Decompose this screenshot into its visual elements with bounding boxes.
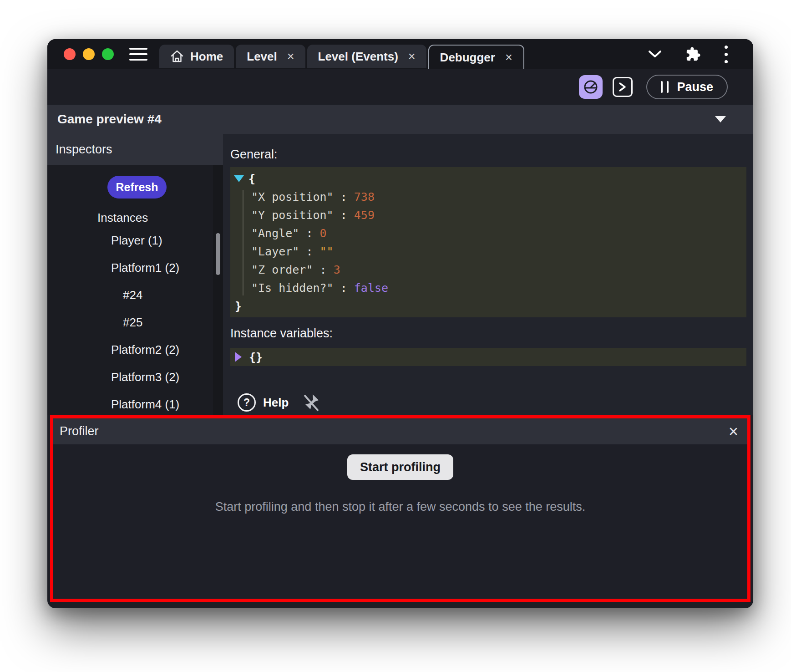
json-property-x: "X position" : 738 bbox=[230, 188, 746, 206]
hamburger-menu-button[interactable] bbox=[129, 48, 147, 61]
json-property-y: "Y position" : 459 bbox=[230, 206, 746, 224]
tab-level[interactable]: Level × bbox=[236, 45, 305, 68]
profiler-body: Start profiling Start profiling and then… bbox=[53, 444, 747, 599]
preview-dropdown-icon[interactable] bbox=[715, 116, 726, 122]
tab-label: Level bbox=[247, 50, 277, 64]
json-property-hidden: "Is hidden?" : false bbox=[230, 279, 746, 297]
tab-bar: Home Level × Level (Events) × Debugger × bbox=[47, 39, 753, 69]
help-button[interactable]: ? Help bbox=[238, 393, 289, 412]
profiler-close-button[interactable]: × bbox=[729, 423, 738, 440]
tree-item-platform3[interactable]: Platform3 (2) bbox=[47, 363, 213, 391]
tree-item-platform2[interactable]: Platform2 (2) bbox=[47, 336, 213, 363]
tree-item-instances: Instances bbox=[47, 209, 213, 227]
performance-button[interactable] bbox=[579, 75, 603, 99]
minimize-window-icon[interactable] bbox=[83, 48, 95, 60]
tree-item-25[interactable]: #25 bbox=[47, 309, 213, 336]
debugger-content: Inspectors Refresh Instances Player (1) … bbox=[47, 134, 753, 415]
close-icon[interactable]: × bbox=[287, 50, 294, 64]
pause-label: Pause bbox=[677, 80, 713, 94]
extensions-button[interactable] bbox=[685, 46, 701, 62]
general-label: General: bbox=[230, 148, 746, 162]
profiler-hint: Start profiling and then stop it after a… bbox=[215, 500, 585, 514]
refresh-button[interactable]: Refresh bbox=[107, 176, 167, 199]
json-property-layer: "Layer" : "" bbox=[230, 242, 746, 260]
json-root-line: { bbox=[230, 169, 746, 188]
expand-open-icon[interactable] bbox=[234, 175, 244, 182]
help-icon: ? bbox=[238, 393, 256, 412]
game-preview-header[interactable]: Game preview #4 bbox=[47, 105, 753, 134]
panel-footer: ? Help bbox=[230, 392, 746, 412]
pin-slash-icon bbox=[302, 392, 320, 412]
debugger-toolbar: Pause bbox=[47, 69, 753, 105]
tab-level-events[interactable]: Level (Events) × bbox=[307, 45, 426, 68]
window-controls bbox=[64, 48, 114, 60]
unpin-button[interactable] bbox=[302, 392, 320, 412]
json-close-line: } bbox=[230, 297, 746, 315]
kebab-menu-button[interactable] bbox=[725, 46, 728, 63]
pause-button[interactable]: Pause bbox=[646, 75, 728, 99]
instances-tree: Refresh Instances Player (1) Platform1 (… bbox=[47, 165, 213, 415]
tree-item-platform1[interactable]: Platform1 (2) bbox=[47, 254, 213, 281]
home-icon bbox=[170, 50, 184, 63]
puzzle-icon bbox=[685, 46, 701, 62]
inspectors-title: Inspectors bbox=[56, 143, 112, 157]
tree-item-player[interactable]: Player (1) bbox=[47, 227, 213, 254]
pause-icon bbox=[661, 81, 669, 93]
tree-item-24[interactable]: #24 bbox=[47, 281, 213, 309]
inspectors-sidebar: Inspectors Refresh Instances Player (1) … bbox=[47, 134, 223, 415]
profiler-title: Profiler bbox=[60, 424, 99, 438]
tab-home[interactable]: Home bbox=[159, 45, 234, 68]
json-property-zorder: "Z order" : 3 bbox=[230, 260, 746, 279]
sidebar-scrollbar bbox=[213, 165, 223, 415]
app-window: Home Level × Level (Events) × Debugger × bbox=[47, 39, 753, 608]
general-json-tree: { "X position" : 738 "Y position" : 459 … bbox=[230, 167, 746, 317]
console-button[interactable] bbox=[613, 77, 633, 97]
close-icon[interactable]: × bbox=[408, 50, 416, 64]
tab-label: Home bbox=[190, 50, 223, 64]
tab-strip: Home Level × Level (Events) × Debugger × bbox=[159, 45, 524, 69]
game-preview-title: Game preview #4 bbox=[57, 112, 162, 127]
zoom-window-icon[interactable] bbox=[102, 48, 114, 60]
chevron-right-icon bbox=[618, 81, 627, 92]
chevron-down-icon bbox=[648, 50, 662, 58]
inspector-detail-panel: General: { "X position" : 738 "Y positio… bbox=[223, 134, 753, 415]
tab-debugger[interactable]: Debugger × bbox=[428, 45, 524, 69]
inspectors-header: Inspectors bbox=[47, 134, 223, 165]
start-profiling-button[interactable]: Start profiling bbox=[347, 454, 453, 480]
gauge-icon bbox=[583, 79, 598, 95]
close-window-icon[interactable] bbox=[64, 48, 76, 60]
expand-closed-icon[interactable] bbox=[235, 352, 242, 362]
profiler-panel: Profiler × Start profiling Start profili… bbox=[50, 415, 750, 602]
scrollbar-thumb[interactable] bbox=[216, 233, 220, 275]
tab-label: Debugger bbox=[440, 51, 495, 65]
instance-variables-label: Instance variables: bbox=[230, 326, 746, 341]
close-icon[interactable]: × bbox=[505, 51, 512, 65]
profiler-header: Profiler × bbox=[53, 418, 747, 444]
tree-guide-line bbox=[243, 190, 243, 295]
json-property-angle: "Angle" : 0 bbox=[230, 224, 746, 242]
tab-label: Level (Events) bbox=[318, 50, 398, 64]
tab-overflow-button[interactable] bbox=[648, 50, 662, 58]
instance-variables-tree: {} bbox=[230, 348, 746, 366]
tree-item-platform4[interactable]: Platform4 (1) bbox=[47, 391, 213, 415]
tabbar-actions bbox=[648, 46, 728, 63]
